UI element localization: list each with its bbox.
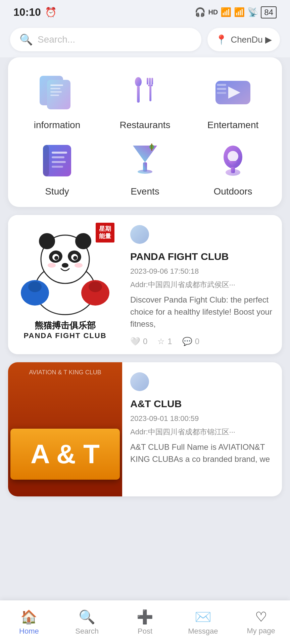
entertainment-label: Entertament [207, 120, 259, 130]
post-addr-panda: Addr:中国四川省成都市武侯区··· [130, 280, 274, 290]
svg-point-26 [138, 170, 152, 174]
panda-chinese-text: 熊猫搏击俱乐部 [35, 320, 96, 331]
svg-rect-9 [147, 78, 148, 85]
post-avatar-at [130, 372, 149, 391]
search-placeholder: Search... [38, 34, 75, 45]
nav-item-home[interactable]: 🏠 Home [0, 609, 58, 636]
message-icon: ✉️ [195, 609, 211, 625]
svg-rect-20 [52, 152, 67, 154]
svg-rect-33 [231, 167, 235, 173]
category-item-restaurants[interactable]: Restaurants [103, 71, 187, 130]
location-text: ChenDu ▶ [231, 35, 272, 45]
category-item-events[interactable]: Events [103, 137, 187, 197]
svg-point-30 [228, 151, 238, 162]
category-item-entertainment[interactable]: Entertament [191, 71, 275, 130]
comment-count: 0 [195, 337, 199, 346]
location-icon: 📍 [215, 34, 227, 45]
restaurants-icon [123, 71, 167, 114]
post-title-at: A&T CLUB [130, 397, 274, 410]
post-image-panda: 星期 能量 [8, 215, 122, 354]
home-icon: 🏠 [20, 609, 37, 625]
nav-label-home: Home [19, 627, 39, 636]
svg-rect-12 [149, 85, 151, 101]
svg-point-36 [39, 233, 55, 249]
comment-action[interactable]: 💬 0 [182, 337, 199, 346]
svg-rect-1 [47, 80, 70, 109]
like-action[interactable]: 🤍 0 [130, 337, 147, 346]
post-list: 星期 能量 [0, 215, 290, 496]
nav-label-post: Post [138, 627, 152, 636]
outdoors-icon [211, 137, 255, 181]
location-box[interactable]: 📍 ChenDu ▶ [207, 28, 280, 51]
svg-point-43 [73, 256, 77, 260]
post-icon: ➕ [137, 609, 153, 625]
post-card-panda[interactable]: 星期 能量 [8, 215, 282, 354]
search-icon: 🔍 [19, 33, 33, 46]
star-action[interactable]: ☆ 1 [157, 337, 172, 346]
svg-point-50 [89, 281, 102, 292]
svg-rect-19 [43, 145, 49, 176]
category-item-study[interactable]: Study [15, 137, 99, 197]
panda-stamp: 星期 能量 [95, 222, 115, 244]
signal2-icon: 📶 [234, 7, 245, 17]
bluetooth-icon: 🎧 [195, 7, 205, 17]
information-label: information [34, 120, 81, 130]
search-box[interactable]: 🔍 Search... [10, 28, 201, 51]
post-title-panda: PANDA FIGHT CLUB [130, 250, 274, 263]
status-icons: 🎧 HD 📶 📶 📡 84 [195, 6, 277, 18]
svg-rect-15 [217, 84, 226, 86]
svg-point-45 [48, 263, 56, 268]
svg-rect-23 [52, 166, 63, 168]
outdoors-label: Outdoors [213, 186, 252, 197]
post-desc-panda: Discover Panda Fight Club: the perfect c… [130, 294, 274, 330]
svg-point-37 [75, 233, 91, 249]
category-card: information [8, 57, 282, 207]
category-item-information[interactable]: information [15, 71, 99, 130]
events-icon [123, 137, 167, 181]
nav-item-message[interactable]: ✉️ Messgae [174, 609, 232, 636]
category-item-outdoors[interactable]: Outdoors [191, 137, 275, 197]
nav-label-mypage: My page [247, 627, 275, 635]
post-date-at: 2023-09-01 18:00:59 [130, 414, 274, 423]
events-label: Events [131, 186, 159, 197]
wifi-icon: 📡 [247, 7, 258, 17]
post-image-at: AVIATION & T KING CLUB A & T [8, 362, 122, 496]
svg-point-48 [28, 281, 42, 292]
bottom-nav: 🏠 Home 🔍 Search ➕ Post ✉️ Messgae ♡ My p… [0, 600, 290, 644]
svg-rect-7 [137, 86, 140, 103]
hd-icon: HD [208, 8, 218, 16]
svg-point-44 [62, 263, 68, 268]
svg-rect-2 [50, 85, 63, 86]
search-area: 🔍 Search... 📍 ChenDu ▶ [0, 22, 290, 57]
comment-icon: 💬 [182, 337, 192, 346]
svg-point-42 [54, 256, 58, 260]
post-content-panda: PANDA FIGHT CLUB 2023-09-06 17:50:18 Add… [122, 215, 282, 354]
nav-item-mypage[interactable]: ♡ My page [232, 609, 290, 635]
svg-rect-8 [149, 78, 151, 85]
study-label: Study [45, 186, 69, 197]
post-actions-panda: 🤍 0 ☆ 1 💬 0 [130, 337, 274, 346]
svg-rect-5 [50, 95, 59, 96]
information-icon [35, 71, 79, 114]
svg-point-46 [75, 263, 83, 268]
mypage-icon: ♡ [255, 609, 267, 625]
heart-icon: 🤍 [130, 337, 140, 346]
restaurants-label: Restaurants [120, 120, 171, 130]
nav-item-post[interactable]: ➕ Post [116, 609, 174, 636]
panda-english-text: PANDA FIGHT CLUB [23, 331, 106, 340]
nav-label-message: Messgae [188, 627, 218, 636]
nav-item-search[interactable]: 🔍 Search [58, 609, 116, 636]
svg-rect-16 [217, 88, 226, 90]
post-content-at: A&T CLUB 2023-09-01 18:00:59 Addr:中国四川省成… [122, 362, 282, 496]
at-top-text: AVIATION & T KING CLUB [8, 369, 122, 376]
svg-point-6 [135, 77, 142, 87]
svg-rect-10 [151, 78, 153, 85]
svg-rect-17 [217, 92, 226, 94]
post-addr-at: Addr:中国四川省成都市锦江区··· [130, 427, 274, 437]
search-nav-icon: 🔍 [79, 609, 95, 625]
svg-rect-4 [50, 91, 62, 93]
post-card-at[interactable]: AVIATION & T KING CLUB A & T A&T CLUB 20… [8, 362, 282, 496]
star-count: 1 [167, 337, 172, 346]
svg-rect-3 [50, 88, 60, 89]
status-bar: 10:10 ⏰ 🎧 HD 📶 📶 📡 84 [0, 0, 290, 22]
